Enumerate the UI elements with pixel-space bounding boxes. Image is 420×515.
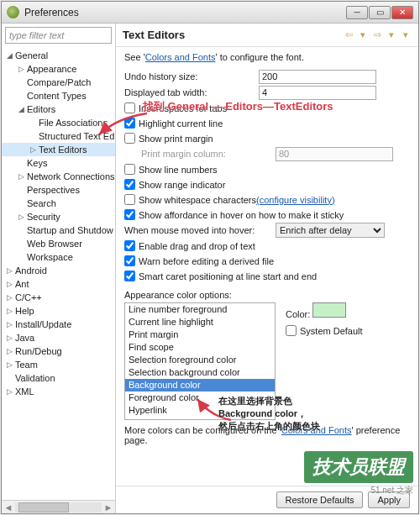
app-icon	[7, 6, 19, 18]
color-option[interactable]: Foreground color	[125, 392, 275, 404]
insert-spaces-checkbox[interactable]	[124, 102, 135, 113]
color-option[interactable]: Selection background color	[125, 366, 275, 379]
tree-item[interactable]: ▷Java	[2, 331, 115, 344]
tree-item[interactable]: Structured Text Ed	[2, 129, 115, 143]
tree-item[interactable]: Compare/Patch	[2, 76, 115, 89]
tree-item[interactable]: Perspectives	[2, 183, 115, 197]
maximize-button[interactable]: ▭	[369, 6, 391, 19]
tree-item[interactable]: ▷Appearance	[2, 62, 115, 76]
tree-item[interactable]: ▷Ant	[2, 277, 115, 291]
tree-item[interactable]: ▷Run/Debug	[2, 344, 115, 358]
color-option[interactable]: Current line highlight	[125, 316, 275, 328]
minimize-button[interactable]: ─	[346, 6, 368, 19]
window-title: Preferences	[24, 7, 346, 18]
forward-icon[interactable]: ⇨	[371, 29, 383, 41]
intro-text: See 'Colors and Fonts' to configure the …	[124, 52, 410, 62]
tree-item[interactable]: ▷Security	[2, 210, 115, 223]
tree-item[interactable]: Content Types	[2, 89, 115, 102]
tree-item[interactable]: Workspace	[2, 250, 115, 264]
footer-note: More colors can be configured on the 'Co…	[124, 425, 410, 445]
color-option[interactable]: Print margin	[125, 328, 275, 341]
dragdrop-checkbox[interactable]	[124, 240, 135, 251]
page-title: Text Editors	[123, 29, 343, 41]
tree-item[interactable]: ◢General	[2, 49, 115, 62]
preference-tree[interactable]: ◢General▷AppearanceCompare/PatchContent …	[2, 47, 115, 500]
whitespace-checkbox[interactable]	[124, 194, 135, 205]
tab-input[interactable]	[259, 86, 376, 100]
tree-item[interactable]: ▷Install/Update	[2, 318, 115, 331]
dropdown-icon[interactable]: ▾	[386, 29, 397, 41]
affordance-checkbox[interactable]	[124, 209, 135, 220]
tree-item[interactable]: Search	[2, 197, 115, 210]
restore-defaults-button[interactable]: Restore Defaults	[276, 491, 364, 508]
color-option[interactable]: Hyperlink	[125, 404, 275, 417]
tree-item[interactable]: ◢Editors	[2, 102, 115, 116]
filter-input[interactable]: type filter text	[5, 27, 112, 44]
close-button[interactable]: ✕	[391, 6, 413, 19]
color-option[interactable]: Background color	[125, 379, 275, 392]
tree-item[interactable]: Keys	[2, 156, 115, 170]
derived-checkbox[interactable]	[124, 255, 135, 266]
tree-item[interactable]: Web Browser	[2, 237, 115, 250]
tree-item[interactable]: ▷Network Connections	[2, 170, 115, 183]
configure-visibility-link[interactable]: (configure visibility)	[256, 195, 335, 205]
color-section-label: Appearance color options:	[124, 290, 410, 300]
color-swatch[interactable]	[312, 302, 346, 318]
menu-icon[interactable]: ▾	[400, 29, 412, 41]
colors-fonts-link-2[interactable]: Colors and Fonts	[281, 425, 352, 435]
back-icon[interactable]: ⇦	[343, 29, 354, 41]
color-option[interactable]: Line number foreground	[125, 303, 275, 316]
tree-item[interactable]: ▷Help	[2, 304, 115, 318]
dropdown-icon[interactable]: ▾	[357, 29, 369, 41]
color-label: Color:	[286, 309, 310, 319]
system-default-checkbox[interactable]	[286, 325, 297, 336]
sidebar: type filter text ◢General▷AppearanceComp…	[2, 24, 116, 513]
color-option[interactable]: Find scope	[125, 341, 275, 354]
hover-label: When mouse moved into hover:	[124, 225, 276, 235]
tree-item[interactable]: ▷Text Editors	[2, 143, 115, 156]
apply-button[interactable]: Apply	[368, 491, 410, 508]
tree-item[interactable]: Startup and Shutdow	[2, 223, 115, 237]
tree-item[interactable]: ▷Android	[2, 264, 115, 277]
colors-fonts-link[interactable]: Colors and Fonts	[145, 52, 216, 62]
tab-label: Displayed tab width:	[124, 87, 259, 97]
print-col-label: Print margin column:	[141, 149, 276, 159]
hover-select[interactable]: Enrich after delay	[276, 223, 385, 238]
print-col-input	[276, 147, 393, 161]
print-margin-checkbox[interactable]	[124, 133, 135, 144]
line-numbers-checkbox[interactable]	[124, 164, 135, 175]
color-options-list[interactable]: Line number foregroundCurrent line highl…	[124, 302, 276, 420]
undo-input[interactable]	[259, 70, 376, 84]
tree-item[interactable]: ▷Team	[2, 358, 115, 371]
tree-item[interactable]: File Associations	[2, 116, 115, 129]
undo-label: Undo history size:	[124, 71, 259, 81]
tree-item[interactable]: Validation	[2, 371, 115, 385]
tree-item[interactable]: ▷C/C++	[2, 291, 115, 304]
caret-checkbox[interactable]	[124, 271, 135, 281]
color-option[interactable]: Selection foreground color	[125, 354, 275, 366]
range-indicator-checkbox[interactable]	[124, 179, 135, 190]
titlebar: Preferences ─ ▭ ✕	[2, 2, 418, 24]
tree-item[interactable]: ▷XML	[2, 385, 115, 398]
horizontal-scrollbar[interactable]: ◄►	[2, 500, 115, 513]
highlight-line-checkbox[interactable]	[124, 118, 135, 129]
